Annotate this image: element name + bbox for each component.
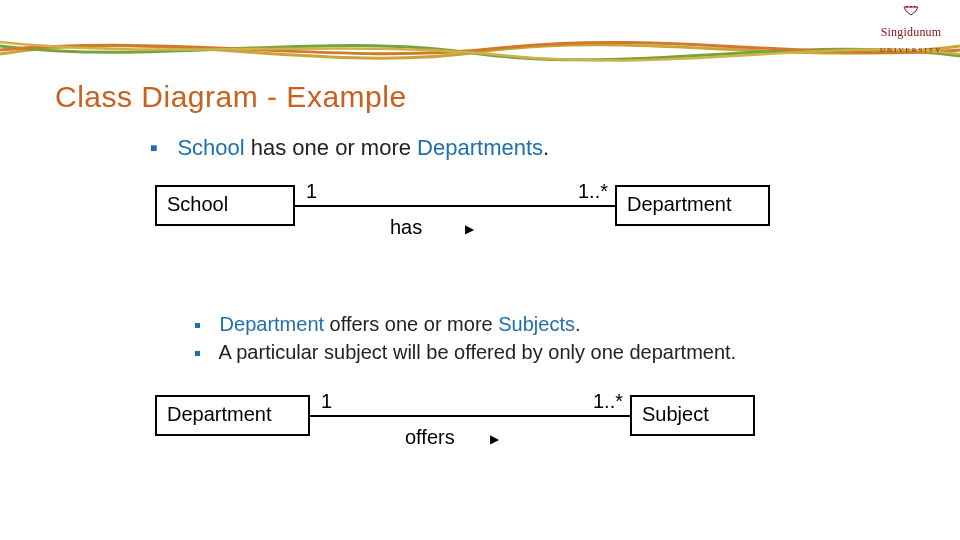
uml-class-department-2: Department	[155, 395, 310, 436]
uml-class-school-label: School	[167, 193, 228, 215]
sub-bullet-2: A particular subject will be offered by …	[195, 339, 736, 366]
square-bullet-icon: ■	[150, 141, 157, 155]
bullet-lead-end: .	[543, 135, 549, 160]
bullet-lead-word1: School	[177, 135, 244, 160]
brand-name: Singidunum	[881, 25, 942, 39]
wave-divider	[0, 32, 960, 66]
uml2-right-mult: 1..*	[593, 390, 623, 413]
slide-title: Class Diagram - Example	[55, 80, 407, 114]
bullet-lead-word2: Departments	[417, 135, 543, 160]
uml-class-department-1-label: Department	[627, 193, 732, 215]
uml2-left-mult: 1	[321, 390, 332, 413]
bullet-lead-mid: has one or more	[245, 135, 417, 160]
uml-class-subject: Subject	[630, 395, 755, 436]
bullet-lead: ■ School has one or more Departments.	[150, 135, 549, 161]
brand-sub: University	[880, 46, 942, 54]
uml2-association-line	[310, 415, 630, 417]
sub-bullet-1-mid: offers one or more	[324, 313, 498, 335]
uml-class-subject-label: Subject	[642, 403, 709, 425]
uml1-association-line	[295, 205, 615, 207]
sub-bullet-2-text: A particular subject will be offered by …	[218, 341, 736, 363]
uml1-direction-icon: ▶	[465, 222, 474, 236]
sub-bullets: Department offers one or more Subjects. …	[195, 310, 736, 367]
uml1-right-mult: 1..*	[578, 180, 608, 203]
square-bullet-icon	[195, 323, 200, 328]
square-bullet-icon	[195, 351, 200, 356]
uml1-verb: has	[390, 216, 422, 239]
crest-icon	[902, 6, 920, 20]
uml-class-department-1: Department	[615, 185, 770, 226]
sub-bullet-1-end: .	[575, 313, 581, 335]
uml-class-department-2-label: Department	[167, 403, 272, 425]
uml2-verb: offers	[405, 426, 455, 449]
uml1-left-mult: 1	[306, 180, 317, 203]
sub-bullet-1: Department offers one or more Subjects.	[195, 311, 736, 338]
sub-bullet-1-w1: Department	[220, 313, 325, 335]
sub-bullet-1-w2: Subjects	[498, 313, 575, 335]
brand-logo: Singidunum University	[880, 6, 942, 55]
uml-class-school: School	[155, 185, 295, 226]
uml2-direction-icon: ▶	[490, 432, 499, 446]
